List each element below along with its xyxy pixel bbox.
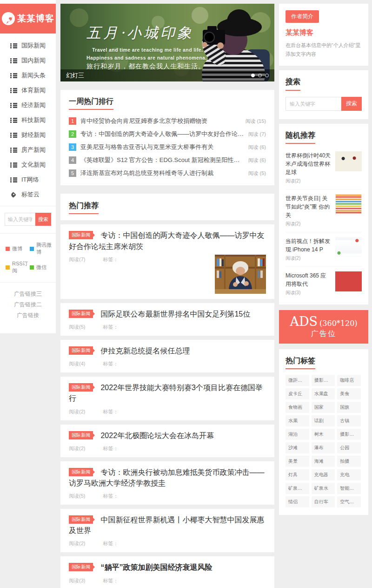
tag-link[interactable]: 树木 xyxy=(312,429,335,440)
tag-link[interactable]: 自行车 xyxy=(312,496,335,507)
author-intro-badge[interactable]: 作者简介 xyxy=(286,10,319,23)
tag-link[interactable]: 灯具 xyxy=(286,469,309,480)
sidebar-search-input[interactable] xyxy=(5,213,35,226)
slide-title: 五月·小城印象 xyxy=(86,23,207,43)
rank-number-badge: 2 xyxy=(69,130,76,138)
tag-link[interactable]: 公园 xyxy=(337,442,361,453)
category-badge[interactable]: 国际新闻 xyxy=(69,563,93,571)
ad-banner[interactable]: ADS (360*120) 广告位 xyxy=(279,310,368,344)
article-title-link[interactable]: 国际足联公布最新世界排名中国女足列第15位 xyxy=(100,310,250,318)
tag-link[interactable]: 矿泉水 xyxy=(312,483,335,494)
tag-link[interactable]: 摄影大赛 xyxy=(337,429,361,440)
sidebar-search-button[interactable]: 搜索 xyxy=(35,213,51,226)
tag-link[interactable]: 矿泉水瓶 xyxy=(286,483,309,494)
tag-link[interactable]: 皮卡丘 xyxy=(286,388,309,399)
random-item-thumbnail[interactable] xyxy=(335,194,362,214)
tag-link[interactable]: 水果盘 xyxy=(312,388,335,399)
tag-link[interactable]: 食物画 xyxy=(286,402,309,413)
social-link[interactable]: 腾讯微博 xyxy=(28,239,52,258)
sidebar-nav-item[interactable]: IT网络 xyxy=(0,172,56,187)
rank-article-link[interactable]: 泽连斯基宣布对乌前总统亚努科维奇等人进行制裁 xyxy=(80,169,244,177)
rank-article-link[interactable]: 亚美尼亚与格鲁吉亚否认与克里米亚大桥事件有关 xyxy=(80,143,244,151)
sidebar-nav-item[interactable]: 标签云 xyxy=(0,187,56,202)
category-badge[interactable]: 国际新闻 xyxy=(69,231,93,239)
rank-read-count: 阅读 (5) xyxy=(248,170,266,177)
logo[interactable]: 某某博客 xyxy=(0,4,56,34)
ad-link[interactable]: 广告链接二 xyxy=(14,301,42,309)
article-read-count: 阅读(3) xyxy=(69,577,85,584)
sidebar-nav-item[interactable]: 国际新闻 xyxy=(0,38,56,53)
tag-link[interactable]: 湖泊 xyxy=(286,429,309,440)
tag-link[interactable]: 美景 xyxy=(286,456,309,467)
sidebar-nav-item[interactable]: 房产新闻 xyxy=(0,142,56,157)
random-item-thumbnail[interactable] xyxy=(335,271,362,291)
article-thumbnail[interactable] xyxy=(215,255,266,294)
tag-link[interactable]: 国家 xyxy=(312,402,335,413)
article-tags-label: 标签： xyxy=(103,256,118,263)
sidebar-nav-item[interactable]: 国内新闻 xyxy=(0,53,56,68)
search-input[interactable] xyxy=(286,97,341,111)
tag-link[interactable]: 咖啡店 xyxy=(337,375,361,386)
tag-link[interactable]: 充电 xyxy=(337,469,361,480)
article-title-link[interactable]: 中国新征程世界新机遇丨小椰枣大智慧中国发展惠及世界 xyxy=(69,516,264,534)
article-tags-label: 标签： xyxy=(103,493,118,500)
article-title-link[interactable]: 2022年北极圈论坛大会在冰岛开幕 xyxy=(100,432,214,439)
random-item-link[interactable]: 当前视点！拆解发现 iPhone 14 P xyxy=(286,237,332,254)
sidebar-nav-item[interactable]: 新闻头条 xyxy=(0,68,56,83)
article-meta: 阅读(2) 标签： xyxy=(69,445,118,452)
article-title-link[interactable]: 2022年世界技能大赛特别赛3个项目比赛在德国举行 xyxy=(69,384,263,402)
tag-link[interactable]: 空气净化 xyxy=(337,496,361,507)
tag-link[interactable]: 情侣 xyxy=(286,496,309,507)
sidebar-nav-item[interactable]: 科技新闻 xyxy=(0,113,56,128)
tag-link[interactable]: 海滩 xyxy=(312,456,335,467)
category-badge[interactable]: 国际新闻 xyxy=(69,468,93,476)
random-item-link[interactable]: 世界杯倒计时40天 米卢成海信世界杯足球 xyxy=(286,151,332,176)
search-button[interactable]: 搜索 xyxy=(341,97,362,111)
article-tags-label: 标签： xyxy=(103,540,118,547)
category-badge[interactable]: 国际新闻 xyxy=(69,383,93,392)
article-title-link[interactable]: 专访：欧洲央行被动加息难抵美货币政策冲击——访罗马欧洲大学经济学教授圭 xyxy=(69,468,264,487)
category-badge[interactable]: 国际新闻 xyxy=(69,310,93,318)
sidebar-nav-item[interactable]: 体育新闻 xyxy=(0,83,56,98)
category-badge[interactable]: 国际新闻 xyxy=(69,346,93,355)
hero-text: 五月·小城印象 Travel and time are teaching me … xyxy=(86,23,207,71)
slider-dot-3[interactable] xyxy=(265,74,269,77)
article-tags-label: 标签： xyxy=(103,577,118,584)
random-item-link[interactable]: Microsoft 365 应用将取代 xyxy=(286,271,332,288)
rank-article-link[interactable]: 肯中经贸协会向肯尼亚姆赛多北京学校捐赠物资 xyxy=(80,117,241,125)
random-item-thumbnail[interactable] xyxy=(335,237,362,257)
article-title-link[interactable]: “躺平”政策加剧美国经济衰退风险 xyxy=(100,563,212,571)
article-title-link[interactable]: 专访：中国创造的两大奇迹令人敬佩——访罗中友好合作论坛主席米胡茨 xyxy=(69,231,264,250)
social-link[interactable]: RSS订阅 xyxy=(4,258,28,277)
social-link[interactable]: 微信 xyxy=(28,258,52,277)
tag-link[interactable]: 古镇 xyxy=(337,415,361,426)
rank-article-link[interactable]: 专访：中国创造的两大奇迹令人敬佩——访罗中友好合作论坛主席米胡茨 xyxy=(80,130,244,138)
tag-link[interactable]: 话剧 xyxy=(312,415,335,426)
article-title-link[interactable]: 伊拉克新总统提名候任总理 xyxy=(100,347,190,355)
tag-link[interactable]: 摄影创意 xyxy=(312,375,335,386)
random-item-thumbnail[interactable] xyxy=(335,151,362,171)
slider-dot-2[interactable] xyxy=(258,74,262,77)
random-item-link[interactable]: 世界关节炎日| 关节如此“炎”重 你的关 xyxy=(286,194,332,219)
category-badge[interactable]: 国际新闻 xyxy=(69,515,93,524)
social-link[interactable]: 微博 xyxy=(4,239,28,258)
tag-link[interactable]: 美食 xyxy=(337,388,361,399)
tag-link[interactable]: 微距摄影 xyxy=(286,375,309,386)
ad-link[interactable]: 广告链接三 xyxy=(14,290,42,298)
tag-link[interactable]: 智能手环 xyxy=(337,483,361,494)
tag-link[interactable]: 水果 xyxy=(286,415,309,426)
rank-article-link[interactable]: 《英雄联盟》S12 官方公告：EDG.Scout 新冠检测呈阳性，比赛顺序可能发 xyxy=(80,156,244,164)
sidebar-nav-item[interactable]: 财经新闻 xyxy=(0,128,56,142)
tag-link[interactable]: 国旗 xyxy=(337,402,361,413)
sidebar-nav-item[interactable]: 文化新闻 xyxy=(0,157,56,172)
hero-slider[interactable]: 五月·小城印象 Travel and time are teaching me … xyxy=(60,4,274,81)
tag-link[interactable]: 沙滩 xyxy=(286,442,309,453)
tag-link[interactable]: 拍摄 xyxy=(337,456,361,467)
slider-dots xyxy=(251,74,269,77)
sidebar-nav-item[interactable]: 经济新闻 xyxy=(0,98,56,113)
slider-dot-1[interactable] xyxy=(251,74,255,77)
category-badge[interactable]: 国际新闻 xyxy=(69,431,93,439)
tag-link[interactable]: 充电器 xyxy=(312,469,335,480)
ad-link[interactable]: 广告链接 xyxy=(17,311,39,319)
tag-link[interactable]: 瀑布 xyxy=(312,442,335,453)
